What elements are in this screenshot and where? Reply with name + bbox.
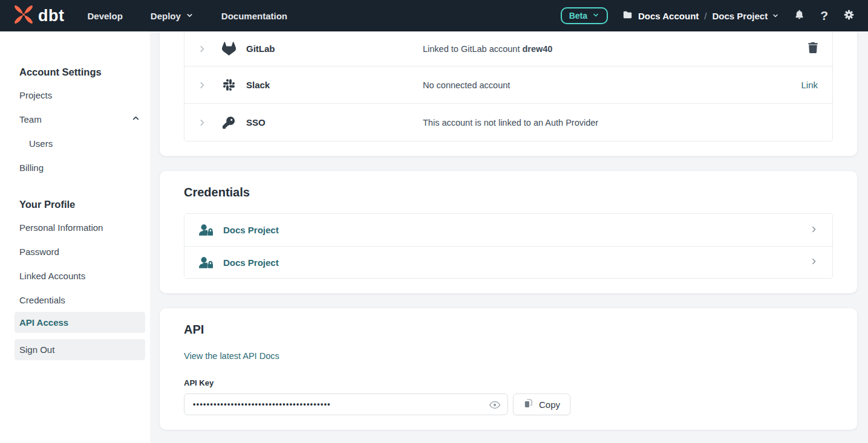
account-name: Slack	[246, 80, 423, 90]
folder-icon	[622, 10, 633, 22]
linked-accounts-card: GitLab Linked to GitLab account drew40	[160, 31, 857, 156]
account-status: Linked to GitLab account drew40	[423, 44, 808, 54]
credentials-card: Credentials Docs Project Docs Project	[160, 171, 857, 293]
trash-icon	[808, 42, 818, 56]
top-navbar: dbt Develop Deploy Documentation Beta Do…	[0, 0, 868, 31]
api-docs-link[interactable]: View the latest API Docs	[184, 351, 279, 361]
key-icon	[221, 117, 237, 129]
linked-account-row-gitlab: GitLab Linked to GitLab account drew40	[184, 31, 832, 66]
sidebar-item-projects[interactable]: Projects	[15, 83, 145, 107]
chevron-down-icon	[592, 11, 599, 21]
help-icon[interactable]: ?	[820, 8, 828, 23]
user-lock-icon	[199, 257, 214, 268]
copy-button[interactable]: Copy	[513, 393, 570, 415]
account-name: GitLab	[246, 44, 423, 54]
nav-item-documentation[interactable]: Documentation	[221, 11, 287, 21]
breadcrumb-project-selector[interactable]: Docs Project	[712, 11, 779, 21]
gear-icon[interactable]	[843, 9, 855, 23]
account-status: No connected account	[423, 80, 801, 90]
breadcrumb: Docs Account / Docs Project	[622, 10, 779, 22]
slack-icon	[221, 79, 237, 91]
expand-row-button[interactable]	[198, 118, 207, 127]
gitlab-icon	[221, 42, 237, 56]
sidebar-item-sign-out[interactable]: Sign Out	[15, 339, 145, 360]
chevron-down-icon	[772, 11, 779, 21]
navbar-right: Beta Docs Account / Docs Project ?	[561, 7, 855, 24]
chevron-right-icon	[810, 257, 818, 268]
linked-account-row-sso: SSO This account is not linked to an Aut…	[184, 103, 832, 141]
nav-item-deploy[interactable]: Deploy	[151, 11, 194, 21]
sidebar-item-billing[interactable]: Billing	[15, 155, 145, 179]
chevron-right-icon	[810, 225, 818, 236]
chevron-up-icon	[131, 114, 140, 124]
credential-row[interactable]: Docs Project	[184, 214, 832, 246]
navbar-icon-group: ?	[794, 8, 855, 23]
linked-account-row-slack: Slack No connected account Link	[184, 66, 832, 103]
nav-item-develop[interactable]: Develop	[87, 11, 122, 21]
user-lock-icon	[199, 224, 214, 236]
expand-row-button[interactable]	[198, 45, 207, 53]
credential-project-label: Docs Project	[223, 257, 810, 268]
api-title: API	[184, 323, 833, 337]
eye-icon[interactable]	[489, 399, 501, 413]
settings-sidebar: Account Settings Projects Team Users Bil…	[0, 31, 150, 443]
api-card: API View the latest API Docs API Key •••…	[160, 308, 857, 430]
sidebar-item-team[interactable]: Team	[15, 107, 145, 131]
account-name: SSO	[246, 117, 423, 128]
beta-dropdown[interactable]: Beta	[561, 7, 608, 24]
api-key-input[interactable]: ••••••••••••••••••••••••••••••••••••••••	[184, 393, 508, 415]
sidebar-heading-account-settings: Account Settings	[19, 66, 145, 78]
main-nav: Develop Deploy Documentation	[87, 11, 287, 21]
linked-accounts-table: GitLab Linked to GitLab account drew40	[184, 31, 833, 141]
dbt-logo-text: dbt	[38, 7, 64, 25]
api-key-masked-value: ••••••••••••••••••••••••••••••••••••••••	[193, 400, 331, 409]
bell-icon[interactable]	[794, 9, 805, 23]
breadcrumb-account[interactable]: Docs Account	[638, 11, 699, 21]
credential-row[interactable]: Docs Project	[184, 246, 832, 278]
unlink-gitlab-button[interactable]	[808, 42, 818, 56]
sidebar-item-personal-information[interactable]: Personal Information	[15, 215, 145, 239]
sidebar-item-credentials[interactable]: Credentials	[15, 288, 145, 312]
credentials-title: Credentials	[184, 186, 833, 199]
sidebar-item-users[interactable]: Users	[15, 131, 145, 155]
dbt-logo-icon	[13, 4, 34, 27]
account-status: This account is not linked to an Auth Pr…	[423, 118, 818, 128]
sidebar-item-password[interactable]: Password	[15, 239, 145, 264]
credentials-table: Docs Project Docs Project	[184, 213, 833, 279]
sidebar-heading-your-profile: Your Profile	[19, 199, 145, 210]
main-content: GitLab Linked to GitLab account drew40	[150, 31, 868, 443]
api-key-label: API Key	[184, 378, 833, 387]
chevron-down-icon	[186, 11, 194, 21]
dbt-logo[interactable]: dbt	[13, 4, 64, 27]
link-slack-button[interactable]: Link	[801, 80, 818, 90]
credential-project-label: Docs Project	[223, 225, 810, 235]
sidebar-item-api-access[interactable]: API Access	[15, 312, 145, 333]
sidebar-item-linked-accounts[interactable]: Linked Accounts	[15, 264, 145, 288]
copy-icon	[523, 398, 534, 410]
expand-row-button[interactable]	[198, 81, 207, 89]
breadcrumb-separator: /	[704, 11, 706, 21]
